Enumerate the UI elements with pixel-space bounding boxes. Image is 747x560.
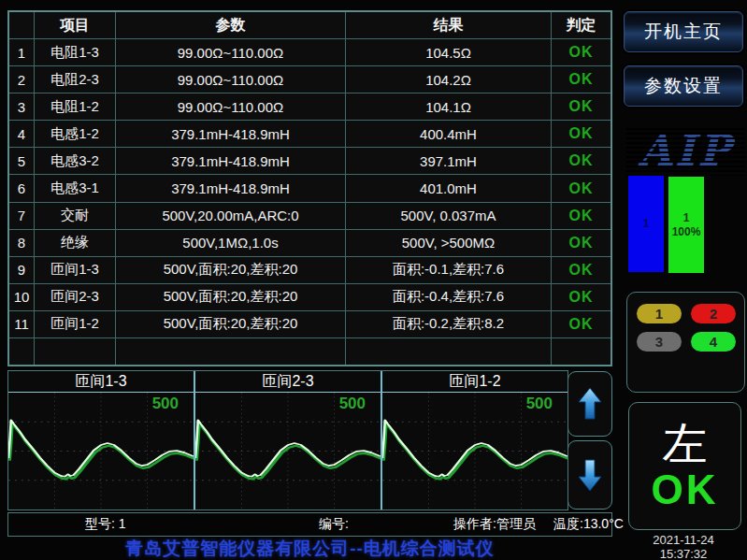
station-indicator-3: 3 xyxy=(637,332,682,352)
header-result: 结果 xyxy=(346,12,552,38)
waveform-title: 匝间2-3 xyxy=(195,371,381,393)
row-param: 500V,面积:20,差积:20 xyxy=(116,257,346,283)
status-bar: 型号: 1 编号: 操作者:管理员 温度:13.0°C xyxy=(7,512,612,537)
row-param: 500V,1MΩ,1.0s xyxy=(116,230,346,256)
row-result: 104.1Ω xyxy=(346,93,552,120)
header-judge: 判定 xyxy=(552,12,611,38)
row-no: 5 xyxy=(9,148,35,174)
row-judge: OK xyxy=(552,148,611,174)
row-result: 104.2Ω xyxy=(346,66,552,93)
station-indicator-1: 1 xyxy=(637,304,682,323)
datetime: 2021-11-24 15:37:32 xyxy=(624,534,743,560)
up-arrow-icon xyxy=(577,387,603,421)
waveform-title: 匝间1-3 xyxy=(8,371,194,393)
row-no xyxy=(9,338,35,365)
table-header-row: 项目 参数 结果 判定 xyxy=(9,12,611,39)
verdict-label: OK xyxy=(652,468,719,511)
scale-label: 500 xyxy=(526,395,553,413)
station-indicator-4: 4 xyxy=(691,332,736,352)
station-indicator-panel: 1234 xyxy=(626,292,745,393)
date-label: 2021-11-24 xyxy=(624,534,743,548)
waveform-title: 匝间1-2 xyxy=(382,371,567,393)
scroll-up-button[interactable] xyxy=(567,371,612,437)
row-no: 4 xyxy=(9,121,35,147)
waveform-panel-2: 匝间2-3 500 xyxy=(195,371,382,510)
down-arrow-icon xyxy=(577,458,603,492)
waveform-panel-3: 匝间1-2 500 xyxy=(382,371,567,510)
row-result: 401.0mH xyxy=(346,175,552,201)
row-param: 379.1mH-418.9mH xyxy=(116,121,346,147)
row-item: 电感3-1 xyxy=(35,175,116,201)
surge-waveform-section: 匝间1-3 500 匝间2-3 500 匝间1-2 500 xyxy=(7,370,568,510)
row-no: 8 xyxy=(9,230,35,256)
row-item: 电感3-2 xyxy=(35,148,116,174)
table-row[interactable]: 11匝间1-2500V,面积:20,差积:20面积:-0.2,差积:8.2OK xyxy=(9,311,611,338)
aip-logo: AIP xyxy=(626,125,745,176)
home-button[interactable]: 开机主页 xyxy=(624,11,743,52)
green-bar-percent: 100% xyxy=(672,225,701,239)
row-item: 匝间1-2 xyxy=(35,311,116,337)
row-result: 500V, >500MΩ xyxy=(346,230,552,256)
settings-button[interactable]: 参数设置 xyxy=(624,65,743,107)
row-param: 500V,面积:20,差积:20 xyxy=(116,284,346,310)
row-judge: OK xyxy=(552,121,611,147)
row-no: 1 xyxy=(9,39,35,65)
waveform-panel-1: 匝间1-3 500 xyxy=(8,371,195,510)
row-judge xyxy=(552,338,611,365)
time-label: 15:37:32 xyxy=(624,548,743,560)
table-row[interactable]: 9匝间1-3500V,面积:20,差积:20面积:-0.1,差积:7.6OK xyxy=(9,257,611,284)
row-no: 9 xyxy=(9,257,35,283)
table-row[interactable]: 8绝缘500V,1MΩ,1.0s500V, >500MΩOK xyxy=(9,230,611,257)
company-title: 青岛艾普智能仪器有限公司--电机综合测试仪 xyxy=(7,537,612,560)
row-param: 99.00Ω~110.00Ω xyxy=(116,66,346,93)
row-item: 交耐 xyxy=(35,203,116,229)
row-no: 7 xyxy=(9,203,35,229)
row-item: 电感1-2 xyxy=(35,121,116,147)
test-progress-bar-blue: 1 xyxy=(628,176,664,272)
test-progress-bar-green: 1 100% xyxy=(668,177,704,273)
table-row[interactable]: 5电感3-2379.1mH-418.9mH397.1mHOK xyxy=(9,148,611,175)
model-label: 型号: 1 xyxy=(85,516,126,533)
row-item xyxy=(35,338,116,365)
row-result: 面积:-0.2,差积:8.2 xyxy=(346,311,552,337)
table-row[interactable]: 6电感3-1379.1mH-418.9mH401.0mHOK xyxy=(9,175,611,202)
row-result: 面积:-0.4,差积:7.6 xyxy=(346,284,552,310)
row-judge: OK xyxy=(552,66,611,93)
tester-screen: { "table": { "headers": {"no": "", "item… xyxy=(0,0,747,560)
serial-label: 编号: xyxy=(319,516,349,533)
table-row[interactable]: 10匝间2-3500V,面积:20,差积:20面积:-0.4,差积:7.6OK xyxy=(9,284,611,311)
side-label: 左 xyxy=(663,421,708,467)
green-bar-label: 1 xyxy=(683,211,690,225)
row-result: 104.5Ω xyxy=(346,39,552,65)
table-row[interactable]: 1电阻1-399.00Ω~110.00Ω104.5ΩOK xyxy=(9,39,611,66)
table-row[interactable]: 7交耐500V,20.00mA,ARC:0500V, 0.037mAOK xyxy=(9,203,611,230)
row-judge: OK xyxy=(552,230,611,256)
header-param: 参数 xyxy=(116,12,346,38)
table-row[interactable]: 4电感1-2379.1mH-418.9mH400.4mHOK xyxy=(9,121,611,148)
row-result: 397.1mH xyxy=(346,148,552,174)
row-result: 面积:-0.1,差积:7.6 xyxy=(346,257,552,283)
table-row[interactable]: 3电阻1-299.00Ω~110.00Ω104.1ΩOK xyxy=(9,93,611,121)
row-result: 400.4mH xyxy=(346,121,552,147)
table-row[interactable]: 2电阻2-399.00Ω~110.00Ω104.2ΩOK xyxy=(9,66,611,93)
station-indicator-2: 2 xyxy=(691,304,736,323)
station-indicator-grid: 1234 xyxy=(627,293,744,352)
waveform-plot: 500 xyxy=(195,393,381,510)
row-judge: OK xyxy=(552,39,611,65)
scale-label: 500 xyxy=(339,395,366,413)
waveform-plot: 500 xyxy=(8,393,194,510)
row-judge: OK xyxy=(552,284,611,310)
row-judge: OK xyxy=(552,175,611,201)
row-param: 500V,20.00mA,ARC:0 xyxy=(116,203,346,229)
table-row[interactable] xyxy=(9,338,611,365)
row-item: 匝间2-3 xyxy=(35,284,116,310)
row-param: 379.1mH-418.9mH xyxy=(116,148,346,174)
row-result xyxy=(346,338,552,365)
row-param: 99.00Ω~110.00Ω xyxy=(116,93,346,120)
header-item: 项目 xyxy=(35,12,116,38)
row-no: 11 xyxy=(9,311,35,337)
row-param: 99.00Ω~110.00Ω xyxy=(116,39,346,65)
scroll-down-button[interactable] xyxy=(567,440,612,510)
operator-label: 操作者:管理员 xyxy=(453,516,536,533)
row-judge: OK xyxy=(552,257,611,283)
